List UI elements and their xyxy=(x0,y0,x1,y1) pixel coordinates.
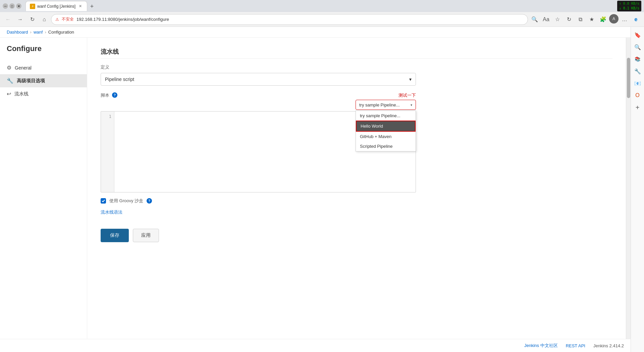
sample-dropdown-button[interactable]: try sample Pipeline... ▾ xyxy=(356,100,416,110)
breadcrumb-current: Configuration xyxy=(48,30,74,35)
sidebar-title: Configure xyxy=(0,44,87,61)
more-button[interactable]: … xyxy=(619,14,630,25)
section-title: 流水线 xyxy=(101,48,612,59)
jenkins-sidebar: Configure ⚙ General 🔧 高级项目选项 ↩ 流水线 xyxy=(0,38,87,339)
gear-icon: ⚙ xyxy=(7,64,11,71)
sidebar-tools-button[interactable]: 🔧 xyxy=(632,66,643,77)
refresh-button[interactable]: ↻ xyxy=(564,14,574,25)
apply-button[interactable]: 应用 xyxy=(133,229,159,242)
scrollbar-thumb[interactable] xyxy=(627,58,630,98)
tab-close-button[interactable]: ✕ xyxy=(77,4,83,9)
nav-actions: 🔍 Aa ☆ ↻ ⧉ ★ 🧩 A … e xyxy=(529,14,641,25)
tab-title: wanf Config [Jenkins] xyxy=(37,4,75,9)
collections-button[interactable]: ★ xyxy=(586,14,597,25)
footer-api-link[interactable]: REST API xyxy=(566,343,585,348)
tabs-bar: J wanf Config [Jenkins] ✕ + xyxy=(24,1,614,11)
sidebar-general-label: General xyxy=(15,65,32,71)
browser-content: Dashboard › wanf › Configuration Configu… xyxy=(0,27,644,352)
sample-chevron-icon: ▾ xyxy=(411,103,412,107)
sample-dropdown-container: try sample Pipeline... ▾ try sample Pipe… xyxy=(356,100,416,110)
breadcrumb-sep-1: › xyxy=(30,30,32,35)
breadcrumb-sep-2: › xyxy=(45,30,46,35)
groovy-label: 使用 Groovy 沙盒 xyxy=(109,198,143,204)
definition-label: 定义 xyxy=(101,64,612,70)
forward-button[interactable]: → xyxy=(15,14,25,25)
footer-community-link[interactable]: Jenkins 中文社区 xyxy=(524,343,558,349)
sample-dropdown-menu: try sample Pipeline... Hello World GitHu… xyxy=(356,111,416,151)
edge-button[interactable]: e xyxy=(631,14,641,25)
reload-button[interactable]: ↻ xyxy=(27,14,38,25)
breadcrumb-dashboard[interactable]: Dashboard xyxy=(7,30,28,35)
zoom-button[interactable]: 🔍 xyxy=(529,14,540,25)
network-indicator: ↑ 0.8 KB/s ↓ 0.1 KB/s xyxy=(617,1,641,11)
jenkins-footer: Jenkins 中文社区 REST API Jenkins 2.414.2 xyxy=(0,339,631,352)
breadcrumb-wanf[interactable]: wanf xyxy=(34,30,43,35)
maximize-button[interactable]: □ xyxy=(9,3,15,9)
tab-favicon: J xyxy=(30,4,35,9)
script-help-icon[interactable]: ? xyxy=(112,92,117,98)
try-sample-area: 测试一下 try sample Pipeline... ▾ try sample… xyxy=(356,92,416,110)
title-bar: ─ □ ✕ J wanf Config [Jenkins] ✕ + ↑ 0.8 … xyxy=(0,0,644,12)
address-text: 192.168.179.11:8080/jenkins/job/wanf/con… xyxy=(76,17,524,22)
dropdown-item-github-maven[interactable]: GitHub + Maven xyxy=(356,132,416,141)
back-button[interactable]: ← xyxy=(3,14,13,25)
sidebar-advanced-label: 高级项目选项 xyxy=(17,78,45,84)
pipeline-syntax-link[interactable]: 流水线语法 xyxy=(101,209,122,215)
sample-dropdown-value: try sample Pipeline... xyxy=(359,102,400,107)
footer-version: Jenkins 2.414.2 xyxy=(593,343,624,348)
definition-chevron: ▾ xyxy=(409,77,412,82)
profile-button[interactable]: A xyxy=(609,14,619,24)
dropdown-item-try[interactable]: try sample Pipeline... xyxy=(356,111,416,121)
scrollbar[interactable] xyxy=(626,38,631,339)
try-sample-label: 测试一下 xyxy=(398,92,416,98)
line-number-1: 1 xyxy=(104,114,111,119)
wrench-icon: 🔧 xyxy=(7,78,13,84)
dropdown-item-scripted[interactable]: Scripted Pipeline xyxy=(356,141,416,151)
sidebar-add-button[interactable]: + xyxy=(632,102,643,113)
sidebar-item-pipeline[interactable]: ↩ 流水线 xyxy=(0,87,87,100)
window-controls: ─ □ ✕ xyxy=(3,3,21,9)
active-tab[interactable]: J wanf Config [Jenkins] ✕ xyxy=(25,1,87,11)
security-icon: ⚠ xyxy=(55,17,59,22)
sidebar-item-general[interactable]: ⚙ General xyxy=(0,61,87,74)
sidebar-office-button[interactable]: O xyxy=(632,90,643,101)
new-tab-button[interactable]: + xyxy=(87,2,97,11)
minimize-button[interactable]: ─ xyxy=(3,3,8,9)
reader-button[interactable]: Aa xyxy=(541,14,551,25)
address-prefix: 不安全 xyxy=(62,16,74,22)
favorites-button[interactable]: ☆ xyxy=(552,14,563,25)
jenkins-page: Dashboard › wanf › Configuration Configu… xyxy=(0,27,631,352)
sidebar-outlook-button[interactable]: 📧 xyxy=(632,78,643,89)
sidebar-item-advanced[interactable]: 🔧 高级项目选项 xyxy=(0,74,87,87)
groovy-sandbox: 使用 Groovy 沙盒 ? xyxy=(101,198,612,204)
sidebar-search-button[interactable]: 🔍 xyxy=(632,42,643,52)
nav-bar: ← → ↻ ⌂ ⚠ 不安全 192.168.179.11:8080/jenkin… xyxy=(0,12,644,27)
script-section: 脚本 ? xyxy=(101,92,117,98)
sidebar-favorites-button[interactable]: 🔖 xyxy=(632,30,643,40)
action-buttons: 保存 应用 xyxy=(101,229,612,242)
jenkins-main: 流水线 定义 Pipeline script ▾ 脚本 ? xyxy=(87,38,626,339)
sidebar-pipeline-label: 流水线 xyxy=(14,91,29,97)
groovy-checkbox[interactable] xyxy=(101,198,106,204)
home-button[interactable]: ⌂ xyxy=(39,14,50,25)
save-button[interactable]: 保存 xyxy=(101,229,129,242)
line-numbers: 1 xyxy=(101,112,114,192)
pipeline-icon: ↩ xyxy=(7,91,11,97)
split-view-button[interactable]: ⧉ xyxy=(575,14,586,25)
page-area: Dashboard › wanf › Configuration Configu… xyxy=(0,27,631,352)
jenkins-body: Configure ⚙ General 🔧 高级项目选项 ↩ 流水线 xyxy=(0,38,631,339)
close-button[interactable]: ✕ xyxy=(16,3,21,9)
scrollbar-track xyxy=(626,38,631,339)
groovy-help-icon[interactable]: ? xyxy=(147,198,152,204)
address-bar[interactable]: ⚠ 不安全 192.168.179.11:8080/jenkins/job/wa… xyxy=(51,14,528,25)
net-upload: ↑ 0.8 KB/s xyxy=(619,1,639,6)
browser-right-panel: 🔖 🔍 📚 🔧 📧 O + xyxy=(631,27,644,352)
definition-select[interactable]: Pipeline script ▾ xyxy=(101,73,416,86)
extensions-button[interactable]: 🧩 xyxy=(598,14,608,25)
dropdown-item-hello-world[interactable]: Hello World xyxy=(356,121,416,132)
breadcrumb: Dashboard › wanf › Configuration xyxy=(0,27,631,38)
net-download: ↓ 0.1 KB/s xyxy=(619,6,639,11)
script-label: 脚本 xyxy=(101,92,109,98)
definition-value: Pipeline script xyxy=(105,77,134,82)
sidebar-reading-list-button[interactable]: 📚 xyxy=(632,54,643,64)
